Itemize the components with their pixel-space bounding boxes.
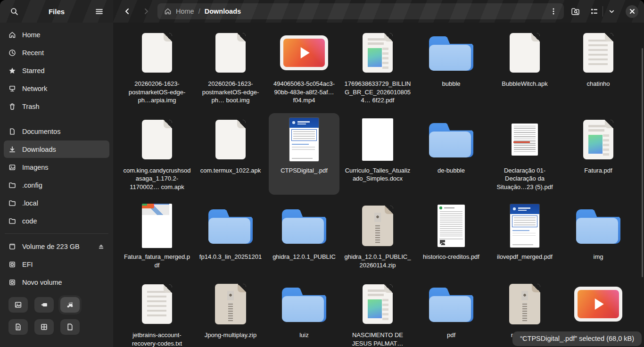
file-label: fp14.0.3_lin_20251201 bbox=[199, 253, 262, 261]
sidebar-item-label: code bbox=[22, 217, 105, 225]
file-icon-glyph bbox=[429, 286, 473, 322]
forward-button[interactable] bbox=[139, 4, 154, 19]
file-item[interactable]: pdf bbox=[416, 278, 487, 347]
sidebar-item-novo-volume[interactable]: Novo volume bbox=[4, 273, 109, 291]
file-icon-glyph bbox=[142, 33, 172, 73]
sidebar-item-volume-223gb[interactable]: Volume de 223 GB bbox=[4, 238, 109, 255]
filter-other-button[interactable] bbox=[60, 319, 80, 335]
sidebar-item-label: Downloads bbox=[22, 146, 105, 153]
file-icon bbox=[282, 201, 326, 250]
sidebar-item-downloads[interactable]: Downloads bbox=[4, 140, 109, 158]
file-item-selected[interactable]: CTPSDigital_.pdf bbox=[269, 113, 339, 195]
file-icon-glyph bbox=[429, 35, 473, 71]
file-item[interactable]: BubbleWitch.apk bbox=[489, 26, 560, 108]
folder-icon bbox=[8, 182, 16, 189]
path-menu-button[interactable] bbox=[546, 4, 561, 19]
breadcrumb-separator: / bbox=[198, 8, 200, 15]
folder-search-icon bbox=[571, 7, 580, 16]
close-window-button[interactable] bbox=[626, 5, 638, 18]
filter-images-button[interactable] bbox=[8, 297, 28, 313]
file-item[interactable]: historico-creditos.pdf bbox=[416, 199, 487, 273]
file-icon-glyph bbox=[215, 120, 246, 159]
sidebar-item-documentos[interactable]: Documentos bbox=[4, 123, 109, 140]
sidebar-item-efi[interactable]: EFI bbox=[4, 256, 109, 273]
file-label: luiz bbox=[299, 331, 309, 339]
sidebar-item-imagens[interactable]: Imagens bbox=[4, 158, 109, 176]
breadcrumb-current[interactable]: Downloads bbox=[205, 8, 241, 15]
file-icon bbox=[574, 280, 622, 329]
sidebar-item-label: Home bbox=[22, 31, 105, 39]
status-bar: “CTPSDigital_.pdf” selected (68,0 kB) bbox=[512, 331, 642, 346]
sidebar-item-network[interactable]: Network bbox=[4, 80, 109, 97]
file-item[interactable]: de-bubble bbox=[416, 113, 487, 195]
file-item[interactable]: com.king.candycrushsodasaga_1.170.2-1170… bbox=[122, 113, 192, 195]
file-label: Fatura.pdf bbox=[584, 166, 612, 175]
file-item[interactable]: 1769638633729_BILLING_BR_CE_20260108054…… bbox=[342, 26, 413, 108]
search-button[interactable] bbox=[7, 4, 22, 19]
file-label: 1769638633729_BILLING_BR_CE_20260108054…… bbox=[344, 80, 412, 105]
file-label: com.termux_1022.apk bbox=[200, 166, 261, 175]
file-item[interactable]: com.termux_1022.apk bbox=[195, 113, 266, 195]
back-button[interactable] bbox=[120, 4, 135, 19]
filter-documents-button[interactable] bbox=[8, 319, 28, 335]
file-item[interactable]: NASCIMENTO DE JESUS PALMAT… ESE.docx bbox=[342, 278, 413, 347]
sidebar-item-home[interactable]: Home bbox=[4, 26, 109, 43]
file-item[interactable]: Fatura.pdf bbox=[563, 113, 634, 195]
file-item[interactable]: ghidra_12.0.1_PUBLIC_20260114.zip bbox=[342, 199, 413, 273]
file-item[interactable]: ghidra_12.0.1_PUBLIC bbox=[269, 199, 339, 273]
star-icon bbox=[8, 67, 16, 74]
breadcrumb-home[interactable]: Home bbox=[176, 8, 194, 15]
view-options-button[interactable] bbox=[604, 4, 619, 19]
files-window: Files Home / Downloads bbox=[0, 0, 644, 347]
file-icon-glyph bbox=[583, 33, 613, 73]
file-item[interactable]: Jpong-multiplay.zip bbox=[195, 278, 266, 347]
file-item[interactable]: 20260206-1623-postmarketOS-edge-ph…arpia… bbox=[122, 26, 192, 108]
file-item[interactable]: luiz bbox=[269, 278, 339, 347]
file-item[interactable]: chatinho bbox=[563, 26, 634, 108]
file-icon-glyph bbox=[363, 284, 393, 324]
sidebar-header: Files bbox=[0, 0, 113, 23]
eject-button[interactable] bbox=[98, 243, 105, 250]
file-icon-glyph bbox=[142, 120, 172, 159]
main-menu-button[interactable] bbox=[91, 4, 107, 19]
chevron-down-icon bbox=[608, 8, 615, 15]
sidebar-item-recent[interactable]: Recent bbox=[4, 44, 109, 61]
header-bar: Home / Downloads bbox=[113, 0, 644, 23]
sidebar-item-label: Novo volume bbox=[22, 279, 105, 286]
file-icon-glyph bbox=[429, 122, 473, 157]
sidebar-item-config[interactable]: .config bbox=[4, 176, 109, 194]
filter-videos-button[interactable] bbox=[34, 297, 54, 313]
home-icon bbox=[8, 31, 16, 39]
file-label: pdf bbox=[447, 331, 455, 339]
sidebar-item-label: Imagens bbox=[22, 164, 105, 171]
file-item[interactable]: bubble bbox=[416, 26, 487, 108]
file-label: Jpong-multiplay.zip bbox=[205, 331, 256, 339]
sidebar-item-code[interactable]: code bbox=[4, 212, 109, 230]
file-icon bbox=[142, 280, 172, 329]
filter-music-button[interactable] bbox=[60, 297, 80, 313]
file-item[interactable]: ilovepdf_merged.pdf bbox=[489, 199, 560, 273]
harddisk-icon bbox=[8, 243, 16, 250]
file-item[interactable]: jetbrains-account-recovery-codes.txt bbox=[122, 278, 192, 347]
file-icon bbox=[429, 28, 473, 77]
file-item[interactable]: img bbox=[563, 199, 634, 273]
list-view-button[interactable] bbox=[586, 4, 602, 19]
sidebar-item-local[interactable]: .local bbox=[4, 194, 109, 212]
back-icon bbox=[124, 8, 131, 15]
file-item[interactable]: Declaração 01-Declaração da Situação…23 … bbox=[489, 113, 560, 195]
scrollbar[interactable] bbox=[642, 48, 643, 277]
file-item[interactable]: 20260206-1623-postmarketOS-edge-ph… boot… bbox=[195, 26, 266, 108]
sidebar-item-trash[interactable]: Trash bbox=[4, 98, 109, 115]
file-item[interactable]: fp14.0.3_lin_20251201 bbox=[195, 199, 266, 273]
disk-icon bbox=[8, 279, 16, 286]
file-icon bbox=[208, 201, 253, 250]
file-icon bbox=[280, 28, 328, 77]
file-label: Declaração 01-Declaração da Situação…23 … bbox=[491, 166, 559, 191]
file-item[interactable]: Fatura_fatura_merged.pdf bbox=[122, 199, 192, 273]
filter-apps-button[interactable] bbox=[34, 319, 54, 335]
file-item[interactable]: Curriculo_Talles_Atualizado_Simples.docx bbox=[342, 113, 413, 195]
search-folder-button[interactable] bbox=[568, 4, 583, 19]
sidebar-item-starred[interactable]: Starred bbox=[4, 62, 109, 79]
file-icon bbox=[215, 28, 246, 77]
file-item[interactable]: 494065063-5c054ac3-90bb-483e-a8f2-5af… f… bbox=[269, 26, 339, 108]
